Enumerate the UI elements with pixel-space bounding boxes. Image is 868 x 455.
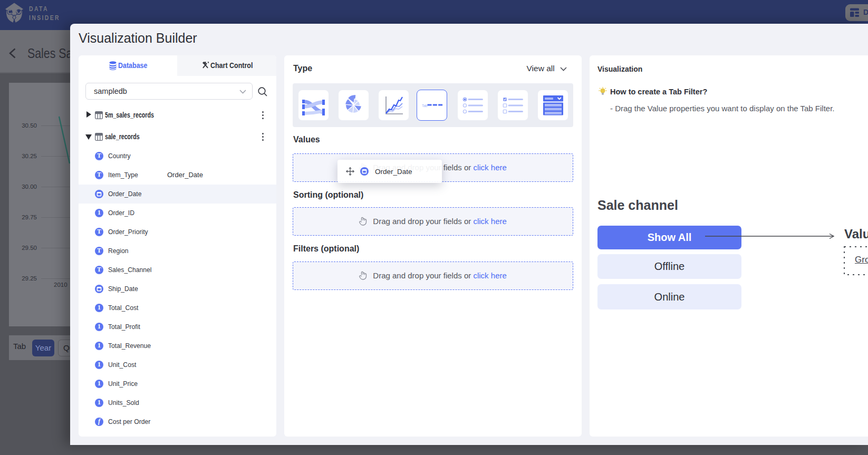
svg-text:Tab: Tab: [422, 104, 428, 108]
